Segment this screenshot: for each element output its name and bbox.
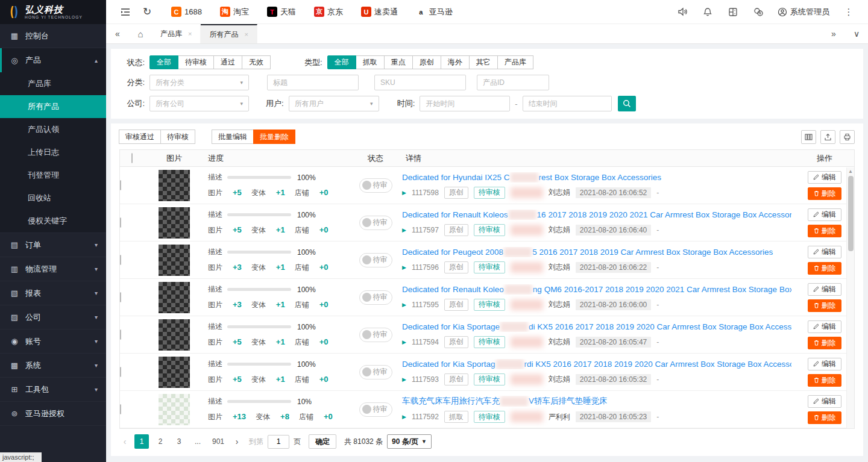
sidebar-group-item[interactable]: ⊞ 工具包 ▾ (0, 378, 106, 402)
marketplace-link[interactable]: 淘 淘宝 (220, 7, 249, 17)
product-thumbnail[interactable] (159, 207, 190, 239)
tab-close-icon[interactable]: × (188, 30, 192, 37)
sku-input[interactable] (374, 75, 466, 90)
delete-button[interactable]: 删除 (808, 187, 841, 200)
sidebar-subitem[interactable]: 侵权关键字 (0, 210, 106, 233)
type-filter-button[interactable]: 重点 (384, 55, 413, 69)
edit-button[interactable]: 编辑 (808, 395, 841, 408)
status-filter-button[interactable]: 通过 (213, 55, 242, 69)
sidebar-subitem[interactable]: 所有产品 (0, 95, 106, 118)
delete-button[interactable]: 删除 (808, 411, 841, 424)
page-number[interactable]: ... (190, 434, 205, 449)
marketplace-link[interactable]: U 速卖通 (361, 7, 398, 17)
user-menu[interactable]: 系统管理员 (773, 7, 834, 17)
sidebar-subitem[interactable]: 产品库 (0, 72, 106, 95)
page-number[interactable]: 1 (134, 434, 149, 449)
refresh-icon[interactable]: ↻ (136, 1, 158, 23)
sidebar-subitem[interactable]: 上传日志 (0, 141, 106, 164)
tabs-scroll-right-icon[interactable]: » (822, 24, 845, 43)
edit-button[interactable]: 编辑 (808, 246, 841, 258)
product-thumbnail[interactable] (159, 245, 190, 276)
search-button[interactable] (618, 96, 636, 111)
marketplace-link[interactable]: 京 京东 (314, 7, 343, 17)
product-title-link[interactable]: Dedicated for Peugeot 2008 5 2016 2017 2… (402, 247, 791, 257)
row-checkbox[interactable] (120, 329, 121, 340)
page-number[interactable]: 2 (153, 434, 168, 449)
delete-button[interactable]: 删除 (808, 337, 841, 349)
edit-button[interactable]: 编辑 (808, 171, 841, 184)
sidebar-item-console[interactable]: ▦ 控制台 (0, 24, 106, 48)
edit-button[interactable]: 编辑 (808, 358, 841, 370)
company-select[interactable]: 所有公司 ▾ (149, 96, 249, 111)
user-select[interactable]: 所有用户 ▾ (289, 96, 379, 111)
home-tab-icon[interactable]: ⌂ (129, 24, 152, 43)
row-checkbox[interactable] (120, 292, 121, 302)
currency-exchange-icon[interactable] (747, 1, 769, 23)
product-title-link[interactable]: Dedicated for Renault Koleos 16 2017 201… (402, 210, 791, 220)
goto-page-input[interactable] (268, 435, 289, 449)
product-thumbnail[interactable] (159, 170, 190, 201)
edit-button[interactable]: 编辑 (808, 208, 841, 221)
sidebar-subitem[interactable]: 产品认领 (0, 118, 106, 141)
title-input[interactable] (267, 75, 359, 90)
product-title-link[interactable]: 车载充气床车用旅行汽车充 V轿车后排气垫睡觉床 (402, 396, 791, 407)
tab[interactable]: 所有产品 × (201, 24, 257, 43)
apps-grid-icon[interactable] (722, 1, 744, 23)
delete-button[interactable]: 删除 (808, 299, 841, 312)
product-thumbnail[interactable] (159, 319, 190, 351)
sidebar-group-item[interactable]: ▥ 物流管理 ▾ (0, 257, 106, 281)
confirm-page-button[interactable]: 确定 (309, 434, 336, 449)
sidebar-subitem[interactable]: 回收站 (0, 187, 106, 210)
sidebar-item-product[interactable]: ◎ 产品 ▴ (0, 48, 106, 72)
tabs-menu-icon[interactable]: ∨ (845, 24, 868, 43)
export-icon[interactable] (820, 130, 835, 144)
notifications-bell-icon[interactable] (697, 1, 719, 23)
type-filter-button[interactable]: 其它 (469, 55, 498, 69)
type-filter-button[interactable]: 全部 (327, 55, 356, 69)
more-menu-icon[interactable]: ⋮ (838, 1, 860, 23)
prev-page-icon[interactable]: ‹ (119, 437, 130, 446)
status-filter-button[interactable]: 无效 (242, 55, 271, 69)
announcement-icon[interactable] (671, 1, 693, 23)
product-title-link[interactable]: Dedicated for Kia Sportag rdi KX5 2016 2… (402, 359, 791, 369)
page-number[interactable]: 901 (209, 434, 227, 449)
batch-edit-button[interactable]: 批量编辑 (212, 130, 254, 144)
play-icon[interactable]: ▶ (402, 227, 406, 233)
sidebar-group-item[interactable]: ▨ 公司 ▾ (0, 305, 106, 329)
sidebar-group-item[interactable]: ▤ 订单 ▾ (0, 233, 106, 257)
delete-button[interactable]: 删除 (808, 225, 841, 237)
next-page-icon[interactable]: › (231, 437, 242, 446)
print-icon[interactable] (840, 130, 855, 144)
type-filter-button[interactable]: 抓取 (356, 55, 385, 69)
scrollbar-thumb[interactable] (848, 176, 854, 251)
play-icon[interactable]: ▶ (402, 414, 406, 420)
tab-close-icon[interactable]: × (244, 31, 248, 38)
play-icon[interactable]: ▶ (402, 264, 406, 270)
product-title-link[interactable]: Dedicated for Kia Sportage di KX5 2016 2… (402, 322, 791, 332)
scroll-up-icon[interactable]: ▲ (848, 169, 853, 174)
tabs-scroll-left-icon[interactable]: « (106, 24, 129, 43)
sidebar-item-amazon-auth[interactable]: ⊚ 亚马逊授权 (0, 402, 106, 426)
end-time-input[interactable] (523, 96, 612, 111)
row-checkbox[interactable] (120, 217, 121, 228)
collapse-sidebar-icon[interactable] (115, 1, 136, 23)
edit-button[interactable]: 编辑 (808, 283, 841, 296)
edit-button[interactable]: 编辑 (808, 320, 841, 333)
product-id-input[interactable] (477, 75, 549, 90)
row-checkbox[interactable] (120, 255, 121, 265)
select-all-checkbox[interactable] (131, 153, 133, 163)
table-scrollbar[interactable]: ▲ (846, 167, 854, 428)
marketplace-link[interactable]: a 亚马逊 (416, 7, 453, 17)
row-checkbox[interactable] (120, 180, 121, 190)
column-settings-icon[interactable] (801, 130, 816, 144)
marketplace-link[interactable]: C 1688 (171, 7, 202, 17)
product-title-link[interactable]: Dedicated for Hyundai IX25 C rest Box St… (402, 172, 791, 183)
sidebar-subitem[interactable]: 刊登管理 (0, 164, 106, 187)
sidebar-group-item[interactable]: ▩ 系统 ▾ (0, 354, 106, 378)
play-icon[interactable]: ▶ (402, 302, 406, 308)
batch-delete-button[interactable]: 批量删除 (253, 130, 295, 144)
type-filter-button[interactable]: 产品库 (497, 55, 533, 69)
category-select[interactable]: 所有分类 ▾ (149, 75, 249, 90)
per-page-select[interactable]: 90 条/页 ▼ (387, 434, 432, 449)
sidebar-group-item[interactable]: ▧ 报表 ▾ (0, 281, 106, 305)
